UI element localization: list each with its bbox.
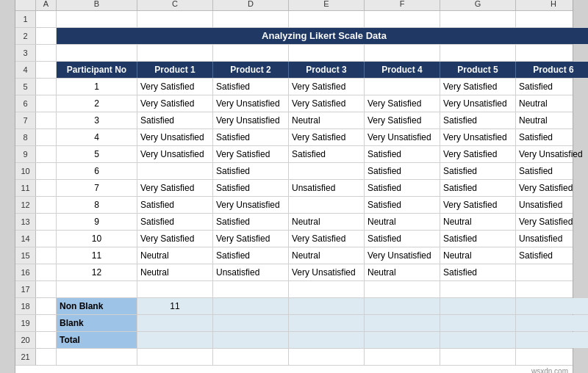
non-blank-value: 11: [137, 298, 213, 314]
cell-10-g: Satisfied: [440, 163, 516, 179]
row-20: 20 Total: [15, 332, 573, 349]
col-b-header: B: [57, 0, 137, 10]
spreadsheet-body: 1 2 Analyzing Likert Scale Data 3: [15, 11, 573, 366]
row-num-4: 4: [15, 62, 36, 78]
cell-10-d: Satisfied: [213, 163, 289, 179]
cell-7-b: 3: [57, 112, 137, 128]
cell-10-e: [289, 163, 365, 179]
cell-18-a: [36, 298, 57, 314]
cell-12-e: [289, 197, 365, 213]
cell-3-d: [213, 45, 289, 61]
cell-17-c: [137, 281, 213, 297]
col-e-header: E: [289, 0, 365, 10]
cell-4-a: [36, 62, 57, 78]
cell-11-c: Very Satisfied: [137, 180, 213, 196]
row-num-16: 16: [15, 264, 36, 280]
cell-8-h: Satisfied: [516, 129, 588, 145]
blank-h: [516, 315, 588, 331]
cell-17-g: [440, 281, 516, 297]
cell-16-f: Neutral: [365, 264, 440, 280]
cell-12-f: Satisfied: [365, 197, 440, 213]
cell-14-a: [36, 231, 57, 247]
cell-12-a: [36, 197, 57, 213]
row-num-20: 20: [15, 332, 36, 348]
cell-9-h: Very Unsatisfied: [516, 146, 588, 162]
cell-10-b: 6: [57, 163, 137, 179]
cell-11-h: Very Satisfied: [516, 180, 588, 196]
cell-1-f: [365, 11, 440, 27]
cell-21-h: [516, 349, 588, 365]
cell-21-f: [365, 349, 440, 365]
spreadsheet-wrapper: A B C D E F G H 1 2 Analyzing Likert Sca…: [15, 0, 573, 373]
cell-5-e: Very Satisfied: [289, 79, 365, 95]
cell-1-b: [57, 11, 137, 27]
cell-3-h: [516, 45, 588, 61]
row-num-3: 3: [15, 45, 36, 61]
cell-13-e: Neutral: [289, 214, 365, 230]
total-f: [365, 332, 440, 348]
non-blank-d: [213, 298, 289, 314]
cell-17-a: [36, 281, 57, 297]
cell-9-e: Satisfied: [289, 146, 365, 162]
cell-16-d: Unsatisfied: [213, 264, 289, 280]
header-product5: Product 5: [440, 62, 516, 78]
cell-1-h: [516, 11, 588, 27]
non-blank-f: [365, 298, 440, 314]
non-blank-e: [289, 298, 365, 314]
cell-6-h: Neutral: [516, 95, 588, 112]
cell-9-d: Very Satisfied: [213, 146, 289, 162]
cell-13-a: [36, 214, 57, 230]
cell-21-c: [137, 349, 213, 365]
cell-15-d: Satisfied: [213, 247, 289, 264]
row-18: 18 Non Blank 11: [15, 298, 573, 315]
row-2: 2 Analyzing Likert Scale Data: [15, 28, 573, 45]
cell-12-g: Very Satisfied: [440, 197, 516, 213]
row-num-14: 14: [15, 231, 36, 247]
cell-6-a: [36, 95, 57, 112]
cell-11-f: Satisfied: [365, 180, 440, 196]
cell-1-c: [137, 11, 213, 27]
cell-14-h: Unsatisfied: [516, 231, 588, 247]
col-g-header: G: [440, 0, 516, 10]
cell-6-c: Very Satisfied: [137, 95, 213, 112]
cell-8-d: Satisfied: [213, 129, 289, 145]
row-9: 95Very UnsatisfiedVery SatisfiedSatisfie…: [15, 146, 573, 163]
cell-13-h: Very Satisfied: [516, 214, 588, 230]
cell-7-f: Very Satisfied: [365, 112, 440, 128]
row-num-21: 21: [15, 349, 36, 365]
cell-12-b: 8: [57, 197, 137, 213]
cell-10-c: [137, 163, 213, 179]
cell-16-e: Very Unsatisfied: [289, 264, 365, 280]
cell-10-a: [36, 163, 57, 179]
row-num-5: 5: [15, 79, 36, 95]
cell-13-f: Neutral: [365, 214, 440, 230]
col-h-header: H: [516, 0, 588, 10]
cell-13-c: Satisfied: [137, 214, 213, 230]
header-product6: Product 6: [516, 62, 588, 78]
watermark: wsxdn.com: [15, 366, 573, 374]
column-headers: A B C D E F G H: [15, 0, 573, 11]
cell-6-e: Very Satisfied: [289, 95, 365, 112]
row-num-19: 19: [15, 315, 36, 331]
non-blank-h: [516, 298, 588, 314]
cell-16-g: Satisfied: [440, 264, 516, 280]
cell-20-a: [36, 332, 57, 348]
cell-5-h: Satisfied: [516, 79, 588, 95]
cell-3-g: [440, 45, 516, 61]
cell-3-c: [137, 45, 213, 61]
cell-15-g: Neutral: [440, 247, 516, 264]
cell-21-e: [289, 349, 365, 365]
cell-19-a: [36, 315, 57, 331]
cell-11-e: Unsatisfied: [289, 180, 365, 196]
cell-14-f: Satisfied: [365, 231, 440, 247]
cell-10-h: Satisfied: [516, 163, 588, 179]
row-1: 1: [15, 11, 573, 28]
total-h: [516, 332, 588, 348]
row-15: 1511NeutralSatisfiedNeutralVery Unsatisf…: [15, 247, 573, 264]
cell-14-b: 10: [57, 231, 137, 247]
cell-10-f: Satisfied: [365, 163, 440, 179]
cell-12-d: Very Unsatisfied: [213, 197, 289, 213]
cell-1-d: [213, 11, 289, 27]
cell-1-e: [289, 11, 365, 27]
total-e: [289, 332, 365, 348]
